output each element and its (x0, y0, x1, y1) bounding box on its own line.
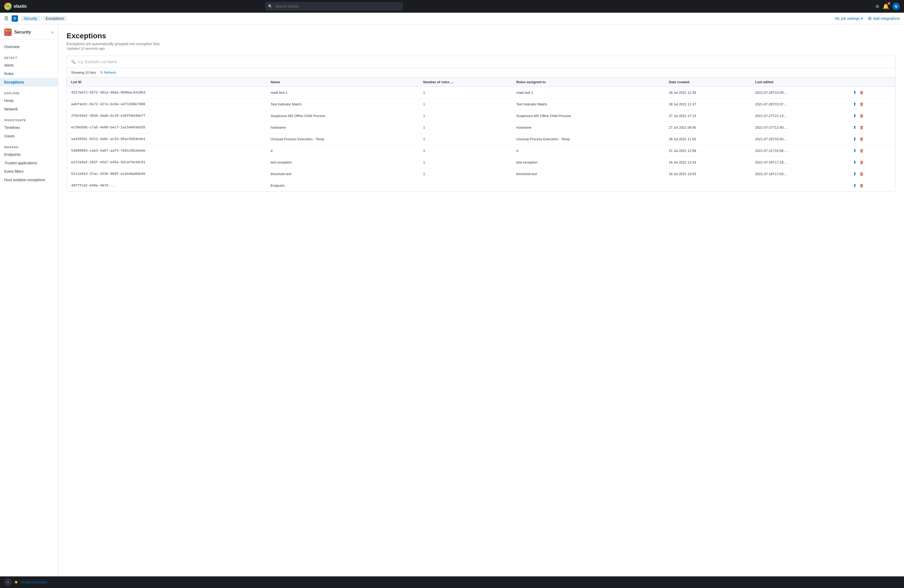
cell-rules-count: 1 (419, 122, 512, 133)
page-title: Exceptions (66, 32, 896, 40)
help-icon[interactable]: ⊕ (876, 3, 879, 9)
detect-section-label: Detect (0, 55, 58, 61)
cell-rules-assigned[interactable]: Unusual Process Execution - Temp (512, 133, 665, 145)
user-avatar[interactable]: N (892, 3, 900, 10)
cell-rules-assigned[interactable]: threshold test (512, 168, 665, 180)
sidebar-item-trusted-apps[interactable]: Trusted applications (0, 159, 58, 167)
export-icon[interactable]: ⬆ (853, 137, 857, 142)
export-icon[interactable]: ⬆ (853, 172, 857, 177)
cell-list-id: 53889903-cab3-4a07-aaf5-7b0116b3e6de (67, 145, 266, 157)
app-logo[interactable]: elastic (4, 3, 27, 10)
cell-list-id: e1f2a4e2-265f-43a7-b45e-93caf4e39c91 (67, 157, 266, 168)
table-row: ec56b5bb-c7a5-4e09-becf-1ac54043bd35 hos… (67, 122, 895, 133)
cell-date-created: 28 Jul 2021 11:37 (665, 99, 751, 110)
cell-actions: ⬆ 🗑 (849, 87, 895, 99)
cell-last-edited: 2021-07-28T15:39:... (751, 87, 849, 99)
export-icon[interactable]: ⬆ (853, 114, 857, 118)
table-row: e1f2a4e2-265f-43a7-b45e-93caf4e39c91 tes… (67, 157, 895, 168)
sidebar-explore-section: Explore Hosts Network (0, 87, 58, 114)
sidebar-item-label: Alerts (4, 63, 14, 67)
delete-icon[interactable]: 🗑 (860, 137, 864, 142)
manage-section-label: Manage (0, 145, 58, 150)
sidebar-item-event-filters[interactable]: Event filters (0, 167, 58, 176)
export-icon[interactable]: ⬆ (853, 102, 857, 107)
top-nav: elastic 🔍 ⊕ 🔔 N (0, 0, 904, 13)
col-rules-assigned: Rules assigned to (512, 77, 665, 87)
sidebar-item-rules[interactable]: Rules (0, 69, 58, 78)
export-icon[interactable]: ⬆ (853, 183, 857, 188)
cell-list-id: aabfae2c-9a72-427a-bc0a-a471d38e7080 (67, 99, 266, 110)
cell-rules-assigned[interactable]: madi test 1 (512, 87, 665, 99)
delete-icon[interactable]: 🗑 (860, 183, 864, 188)
sidebar-item-host-isolation[interactable]: Host isolation exceptions (0, 176, 58, 184)
list-search-input[interactable] (78, 60, 891, 64)
panel-search[interactable]: 🔍 (67, 56, 895, 68)
sidebar-item-label: Overview (4, 45, 19, 49)
sidebar-item-exceptions[interactable]: Exceptions (0, 78, 58, 87)
cell-list-id: ec56b5bb-c7a5-4e09-becf-1ac54043bd35 (67, 122, 266, 133)
delete-icon[interactable]: 🗑 (860, 160, 864, 165)
cell-date-created: 16 Jul 2021 13:03 (665, 168, 751, 180)
timeline-label[interactable]: Untitled timeline (21, 580, 47, 584)
breadcrumb-separator: › (41, 16, 42, 20)
delete-icon[interactable]: 🗑 (860, 172, 864, 177)
sidebar-item-network[interactable]: Network (0, 105, 58, 114)
elastic-logo-icon (4, 3, 12, 10)
sidebar-item-cases[interactable]: Cases (0, 132, 58, 140)
ml-job-settings-button[interactable]: ML job settings ▾ (835, 16, 863, 20)
cell-rules-count: 1 (419, 145, 512, 157)
cell-rules-assigned[interactable]: Test Indicator Match (512, 99, 665, 110)
search-input[interactable] (266, 2, 403, 11)
cell-name: threshold test (266, 168, 419, 180)
cell-last-edited: 2021-07-16T17:19:... (751, 157, 849, 168)
sidebar-item-endpoints[interactable]: Endpoints (0, 150, 58, 159)
delete-icon[interactable]: 🗑 (860, 125, 864, 130)
export-icon[interactable]: ⬆ (853, 160, 857, 165)
cell-rules-assigned[interactable]: hostname (512, 122, 665, 133)
cell-rules-assigned[interactable]: Suspicious MS Office Child Process (512, 110, 665, 122)
cell-rules-assigned[interactable] (512, 180, 665, 192)
export-icon[interactable]: ⬆ (853, 125, 857, 130)
sidebar-item-hosts[interactable]: Hosts (0, 96, 58, 105)
explore-section-label: Explore (0, 91, 58, 96)
cell-actions: ⬆ 🗑 (849, 145, 895, 157)
cell-date-created (665, 180, 751, 192)
cell-date-created: 16 Jul 2021 13:19 (665, 157, 751, 168)
sidebar-item-alerts[interactable]: Alerts (0, 61, 58, 69)
panel-toolbar: Showing 10 lists ↻ Refresh (67, 68, 895, 77)
app-name: elastic (14, 4, 27, 9)
sidebar-item-label: Exceptions (4, 80, 24, 84)
cell-name: test exception (266, 157, 419, 168)
add-integrations-button[interactable]: ⊞ Add integrations (868, 16, 900, 21)
investigate-section-label: Investigate (0, 118, 58, 123)
sidebar-collapse-icon[interactable]: « (51, 30, 54, 35)
delete-icon[interactable]: 🗑 (860, 114, 864, 118)
delete-icon[interactable]: 🗑 (860, 90, 864, 95)
table-row: 4317bef2-5572-401a-98da-9090ac4418b3 mad… (67, 87, 895, 99)
cell-last-edited: 2021-07-27T21:13:... (751, 110, 849, 122)
app-layout: Security « Overview Detect Alerts Rules … (0, 24, 904, 588)
cell-rules-count: 1 (419, 110, 512, 122)
delete-icon[interactable]: 🗑 (860, 102, 864, 107)
space-badge[interactable]: D (12, 15, 18, 22)
delete-icon[interactable]: 🗑 (860, 148, 864, 153)
export-icon[interactable]: ⬆ (853, 90, 857, 95)
sidebar-item-timelines[interactable]: Timelines (0, 123, 58, 132)
global-search[interactable]: 🔍 (266, 2, 403, 11)
cell-rules-assigned[interactable]: d (512, 145, 665, 157)
sidebar-overview-section: Overview (0, 39, 58, 52)
cell-last-edited (751, 180, 849, 192)
hamburger-menu[interactable]: ☰ (4, 16, 8, 21)
sidebar-item-overview[interactable]: Overview (0, 43, 58, 51)
export-icon[interactable]: ⬆ (853, 148, 857, 153)
cell-rules-assigned[interactable]: test exception (512, 157, 665, 168)
timeline-status-dot (15, 581, 17, 583)
add-timeline-button[interactable]: + (4, 579, 12, 586)
breadcrumb-security[interactable]: Security (21, 16, 40, 21)
table-row: 53889903-cab3-4a07-aaf5-7b0116b3e6de d 1… (67, 145, 895, 157)
table-row: 2f8c56d1-3836-4ddb-bc29-e36f58d40ef7 Sus… (67, 110, 895, 122)
col-last-edited: Last edited (751, 77, 849, 87)
refresh-button[interactable]: ↻ Refresh (100, 71, 116, 74)
notifications-icon[interactable]: 🔔 (883, 3, 889, 9)
table-row: aabfae2c-9a72-427a-bc0a-a471d38e7080 Tes… (67, 99, 895, 110)
